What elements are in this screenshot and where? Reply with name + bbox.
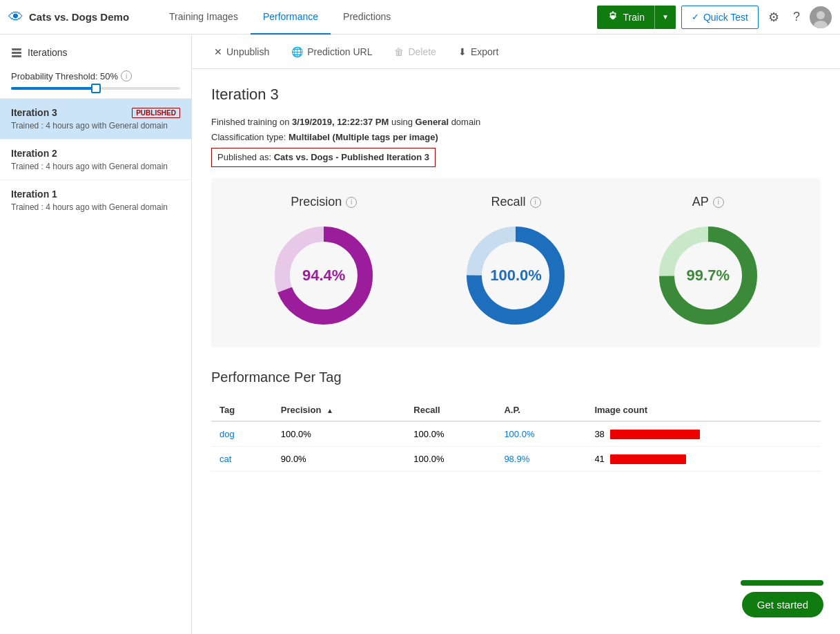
delete-icon: 🗑 (394, 46, 404, 57)
green-progress-bar (741, 580, 823, 586)
iteration-1-sub: Trained : 4 hours ago with General domai… (11, 202, 180, 212)
precision-info-icon[interactable]: i (346, 197, 357, 208)
sidebar: Iterations Probability Threshold: 50% i … (0, 35, 192, 634)
nav-predictions[interactable]: Predictions (331, 0, 403, 35)
nav-training-images[interactable]: Training Images (157, 0, 251, 35)
settings-icon: ⚙ (768, 10, 779, 25)
dog-precision-cell: 100.0% (273, 421, 406, 447)
iteration-3-header: Iteration 3 PUBLISHED (11, 107, 180, 118)
get-started-button[interactable]: Get started (742, 592, 823, 617)
help-icon: ? (793, 10, 800, 24)
svg-rect-3 (12, 48, 21, 50)
globe-icon: 🌐 (291, 46, 303, 57)
recall-label-row: Recall i (491, 195, 540, 209)
iteration-2-sub: Trained : 4 hours ago with General domai… (11, 162, 180, 171)
dog-count-cell: 38 (586, 421, 821, 447)
iteration-title: Iteration 3 (211, 86, 821, 104)
cat-tag-link[interactable]: cat (219, 454, 231, 464)
help-button[interactable]: ? (789, 7, 804, 27)
ap-label: AP (692, 195, 709, 209)
settings-button[interactable]: ⚙ (764, 7, 783, 28)
user-avatar[interactable] (810, 6, 832, 28)
info-section: Finished training on 3/19/2019, 12:22:37… (211, 115, 821, 167)
slider-fill (11, 87, 96, 90)
training-date: 3/19/2019, 12:22:37 PM (292, 117, 389, 127)
ap-card: AP i 99.7% (612, 195, 804, 331)
dog-ap-cell: 100.0% (496, 421, 586, 447)
tag-table: Tag Precision ▲ Recall A.P. Image count … (211, 399, 821, 472)
col-image-count[interactable]: Image count (586, 399, 821, 421)
training-info: Finished training on 3/19/2019, 12:22:37… (211, 115, 821, 130)
recall-donut: 100.0% (460, 220, 571, 331)
svg-point-2 (814, 21, 828, 28)
header-actions: Train ▼ ✓ Quick Test ⚙ ? (597, 6, 832, 29)
col-recall[interactable]: Recall (405, 399, 496, 421)
main-content: ✕ Unpublish 🌐 Prediction URL 🗑 Delete ⬇ … (192, 35, 840, 634)
cat-ap-cell: 98.9% (496, 447, 586, 472)
unpublish-label: Unpublish (226, 46, 269, 57)
iteration-2-header: Iteration 2 (11, 148, 180, 159)
precision-value: 94.4% (302, 267, 345, 285)
dog-tag-cell: dog (211, 421, 273, 447)
toolbar: ✕ Unpublish 🌐 Prediction URL 🗑 Delete ⬇ … (192, 35, 840, 69)
table-row: dog 100.0% 100.0% 100.0% 38 (211, 421, 821, 447)
precision-label-row: Precision i (291, 195, 357, 209)
classification-type: Multilabel (Multiple tags per image) (289, 132, 438, 142)
ap-label-row: AP i (692, 195, 724, 209)
iteration-1-name: Iteration 1 (11, 189, 57, 200)
content-area: Iteration 3 Finished training on 3/19/20… (192, 69, 840, 488)
prediction-url-label: Prediction URL (307, 46, 372, 57)
cat-tag-cell: cat (211, 447, 273, 472)
table-header-row: Tag Precision ▲ Recall A.P. Image count (211, 399, 821, 421)
nav-performance[interactable]: Performance (251, 0, 331, 35)
iteration-3-sub: Trained : 4 hours ago with General domai… (11, 121, 180, 131)
domain-name: General (416, 117, 449, 127)
svg-point-1 (817, 11, 825, 19)
dog-tag-link[interactable]: dog (219, 429, 235, 439)
app-logo: 👁 Cats vs. Dogs Demo (8, 8, 129, 26)
published-as-name: Cats vs. Dogs - Published Iteration 3 (274, 152, 429, 162)
dog-bar (610, 430, 700, 439)
col-precision[interactable]: Precision ▲ (273, 399, 406, 421)
cat-bar-container: 41 (594, 454, 812, 464)
published-as-row: Published as: Cats vs. Dogs - Published … (211, 148, 821, 167)
main-nav: Training Images Performance Predictions (157, 0, 403, 35)
published-as-badge: Published as: Cats vs. Dogs - Published … (211, 148, 436, 167)
train-dropdown[interactable]: ▼ (654, 6, 676, 29)
ap-value: 99.7% (687, 267, 730, 285)
col-tag[interactable]: Tag (211, 399, 273, 421)
iteration-item-1[interactable]: Iteration 1 Trained : 4 hours ago with G… (0, 180, 191, 220)
prediction-url-button[interactable]: 🌐 Prediction URL (280, 35, 383, 69)
logo-icon: 👁 (8, 8, 23, 26)
iteration-item-2[interactable]: Iteration 2 Trained : 4 hours ago with G… (0, 139, 191, 180)
probability-info-icon[interactable]: i (121, 70, 132, 81)
slider-thumb[interactable] (91, 84, 101, 93)
ap-donut: 99.7% (653, 220, 763, 331)
checkmark-icon: ✓ (692, 12, 699, 22)
unpublish-button[interactable]: ✕ Unpublish (203, 35, 280, 69)
iterations-header: Iterations (0, 40, 191, 65)
cat-bar (610, 454, 686, 464)
delete-button[interactable]: 🗑 Delete (383, 35, 447, 69)
recall-value: 100.0% (490, 267, 542, 285)
probability-label: Probability Threshold: 50% i (11, 70, 180, 81)
quick-test-label: Quick Test (703, 12, 748, 23)
cat-count-cell: 41 (586, 447, 821, 472)
iterations-label: Iterations (28, 47, 68, 58)
cat-precision-cell: 90.0% (273, 447, 406, 472)
export-button[interactable]: ⬇ Export (447, 35, 509, 69)
train-button[interactable]: Train ▼ (597, 6, 676, 29)
export-label: Export (471, 46, 498, 57)
svg-rect-4 (12, 52, 21, 54)
ap-info-icon[interactable]: i (713, 197, 724, 208)
quick-test-button[interactable]: ✓ Quick Test (681, 6, 759, 29)
col-ap[interactable]: A.P. (496, 399, 586, 421)
cat-recall-cell: 100.0% (405, 447, 496, 472)
probability-slider[interactable] (11, 87, 180, 90)
header: 👁 Cats vs. Dogs Demo Training Images Per… (0, 0, 840, 35)
dog-recall-cell: 100.0% (405, 421, 496, 447)
iteration-item-3[interactable]: Iteration 3 PUBLISHED Trained : 4 hours … (0, 98, 191, 139)
recall-info-icon[interactable]: i (530, 197, 541, 208)
classification-info: Classification type: Multilabel (Multipl… (211, 130, 821, 145)
train-main[interactable]: Train (597, 11, 654, 23)
